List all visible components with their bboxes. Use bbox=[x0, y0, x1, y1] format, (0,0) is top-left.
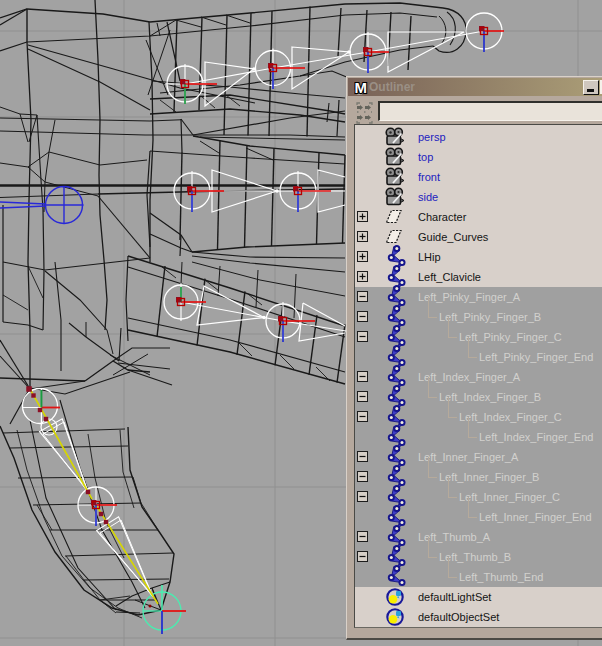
svg-text:M: M bbox=[355, 79, 368, 96]
